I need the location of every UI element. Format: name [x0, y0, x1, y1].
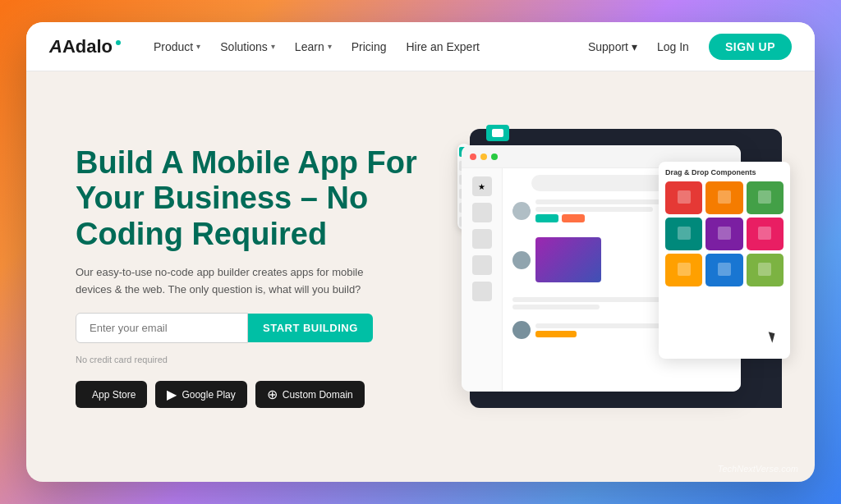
chevron-down-icon: ▾	[196, 42, 200, 51]
nav-product[interactable]: Product ▾	[154, 40, 200, 53]
dnd-item[interactable]	[665, 181, 702, 214]
chevron-down-icon: ▾	[328, 42, 332, 51]
dnd-item[interactable]	[747, 254, 784, 286]
globe-icon: ⊕	[267, 387, 278, 402]
logo-dot	[116, 40, 121, 45]
sidebar-star-icon[interactable]: ★	[472, 176, 492, 196]
store-badges: App Store ▶ Google Play ⊕ Custom Domain	[76, 381, 437, 408]
nav-login[interactable]: Log In	[657, 40, 689, 53]
app-sidebar: ★	[462, 168, 503, 392]
nav-pricing[interactable]: Pricing	[352, 40, 387, 53]
navbar: AAdalo Product ▾ Solutions ▾ Learn ▾ Pri…	[26, 22, 815, 71]
item-line-short	[535, 207, 653, 212]
cursor-icon	[766, 332, 775, 343]
sidebar-icon-3[interactable]	[472, 255, 492, 275]
dnd-item[interactable]	[705, 218, 742, 250]
window-expand-dot	[491, 153, 498, 160]
hero-title: Build A Mobile App For Your Business – N…	[76, 145, 437, 253]
hero-content: Build A Mobile App For Your Business – N…	[76, 145, 437, 409]
dnd-item[interactable]	[705, 254, 742, 286]
dnd-grid	[665, 181, 784, 286]
nav-hire[interactable]: Hire an Expert	[406, 40, 479, 53]
watermark: TechNextVerse.com	[718, 464, 798, 474]
nav-solutions[interactable]: Solutions ▾	[220, 40, 275, 53]
window-minimize-dot	[480, 153, 487, 160]
dnd-item[interactable]	[665, 218, 702, 250]
dnd-item[interactable]	[705, 181, 742, 214]
start-building-button[interactable]: START BUILDING	[248, 314, 373, 342]
sidebar-icon-4[interactable]	[472, 282, 492, 301]
google-play-badge[interactable]: ▶ Google Play	[155, 381, 246, 408]
no-cc-label: No credit card required	[76, 355, 437, 364]
avatar	[512, 321, 531, 339]
dnd-item[interactable]	[747, 181, 784, 214]
chevron-down-icon: ▾	[632, 40, 637, 53]
main-card: AAdalo Product ▾ Solutions ▾ Learn ▾ Pri…	[26, 22, 815, 482]
hero-section: Build A Mobile App For Your Business – N…	[26, 71, 815, 482]
app-preview-container: + ★	[437, 112, 782, 441]
sidebar-icon-2[interactable]	[472, 229, 492, 249]
dnd-panel: Drag & Drop Components	[659, 162, 790, 359]
dnd-title: Drag & Drop Components	[665, 168, 784, 176]
dnd-item[interactable]	[747, 218, 784, 250]
logo[interactable]: AAdalo	[49, 36, 121, 57]
chevron-down-icon: ▾	[271, 42, 275, 51]
logo-text: AAdalo	[49, 36, 113, 57]
nav-support[interactable]: Support ▾	[588, 40, 637, 53]
avatar	[512, 251, 531, 269]
app-store-badge[interactable]: App Store	[76, 381, 147, 408]
custom-domain-badge[interactable]: ⊕ Custom Domain	[255, 381, 365, 408]
window-close-dot	[470, 153, 476, 160]
hero-preview: + ★	[437, 71, 782, 482]
email-row: START BUILDING	[76, 313, 437, 343]
signup-button[interactable]: SIGN UP	[709, 34, 792, 60]
dnd-item[interactable]	[665, 254, 702, 286]
hero-subtitle: Our easy-to-use no-code app builder crea…	[76, 264, 371, 299]
nav-learn[interactable]: Learn ▾	[295, 40, 332, 53]
meeting-image	[535, 237, 601, 282]
phone-indicator	[486, 125, 509, 141]
google-play-icon: ▶	[167, 387, 177, 402]
sidebar-icon-1[interactable]	[472, 203, 492, 222]
avatar	[512, 202, 531, 220]
email-input[interactable]	[76, 313, 248, 343]
